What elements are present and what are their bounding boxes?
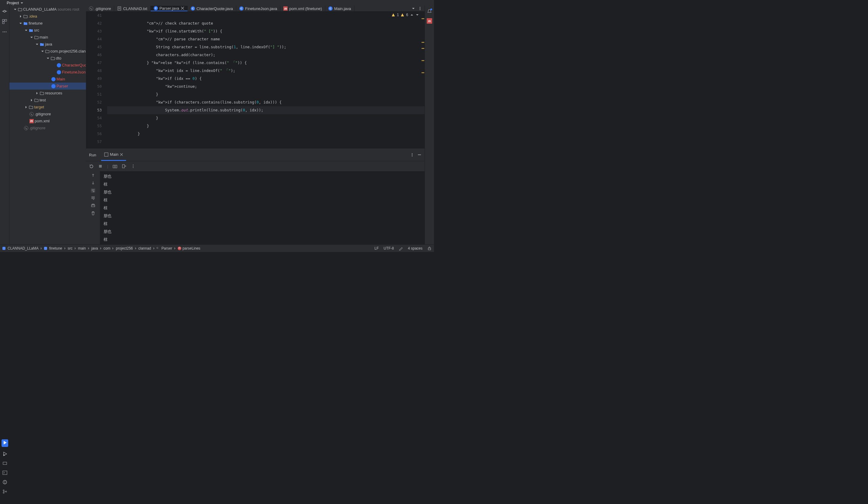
svg-rect-30 xyxy=(113,165,117,168)
breadcrumb-item[interactable]: java xyxy=(91,246,98,251)
breadcrumb-item[interactable]: CLANNAD_LLaMA xyxy=(8,246,39,251)
tree-item[interactable]: mpom.xml xyxy=(9,117,86,125)
run-panel-title: Run xyxy=(89,153,96,157)
folder-icon xyxy=(29,105,33,109)
svg-point-6 xyxy=(3,32,4,32)
breadcrumb-item[interactable]: finetune xyxy=(49,246,62,251)
chevron-down-icon[interactable] xyxy=(411,7,415,11)
folder-icon xyxy=(29,28,33,32)
more-icon[interactable] xyxy=(2,30,7,34)
svg-point-8 xyxy=(6,32,7,32)
close-icon[interactable] xyxy=(120,153,123,156)
tree-item[interactable]: target xyxy=(9,104,86,111)
run-side-toolbar xyxy=(86,171,100,244)
editor-tab[interactable]: .gitignore xyxy=(86,6,114,11)
more-vert-icon[interactable] xyxy=(410,153,414,157)
scroll-end-icon[interactable] xyxy=(91,196,95,200)
project-tree[interactable]: CLANNAD_LLaMA sources root.ideafinetunes… xyxy=(9,6,86,244)
rerun-icon[interactable] xyxy=(89,164,94,168)
tree-item[interactable]: dto xyxy=(9,55,86,62)
chevron-down-icon[interactable] xyxy=(41,50,44,53)
tree-item[interactable]: finetune xyxy=(9,20,86,27)
breadcrumb-item[interactable]: parseLines xyxy=(183,246,200,251)
chevron-down-icon[interactable] xyxy=(415,13,419,17)
editor-tab[interactable]: CCharacterQuote.java xyxy=(188,6,236,11)
editor-tab[interactable]: CFinetuneJson.java xyxy=(236,6,281,11)
tree-item[interactable]: resources xyxy=(9,90,86,96)
print-icon[interactable] xyxy=(91,203,95,208)
class-icon xyxy=(51,77,55,81)
svg-point-7 xyxy=(4,32,5,32)
chevron-right-icon[interactable] xyxy=(24,105,28,109)
tree-item[interactable]: .gitignore xyxy=(9,125,86,132)
project-dropdown[interactable]: Project xyxy=(7,1,19,5)
folder-icon xyxy=(34,98,39,102)
editor-tab[interactable]: CParser.java xyxy=(151,6,188,11)
edit-icon[interactable] xyxy=(399,246,403,251)
svg-rect-32 xyxy=(122,165,125,168)
editor-tab[interactable]: CLANNAD.txt xyxy=(114,6,150,11)
tree-item[interactable]: Parser xyxy=(9,83,86,90)
more-vert-icon[interactable] xyxy=(418,7,422,11)
chevron-right-icon[interactable] xyxy=(19,14,22,18)
tree-item[interactable]: java xyxy=(9,41,86,48)
editor-tab[interactable]: mpom.xml (finetune) xyxy=(280,6,325,11)
chevron-down-icon[interactable] xyxy=(24,29,28,32)
minimize-icon[interactable] xyxy=(417,153,422,157)
tree-item[interactable]: CLANNAD_LLaMA sources root xyxy=(9,6,86,13)
editor-code[interactable]: "cm">// check character quote "kw">if (l… xyxy=(107,12,425,148)
chevron-right-icon xyxy=(87,247,90,250)
run-output[interactable]: 朋也 椋 朋也 椋 椋 朋也 椋 朋也 椋 椋 xyxy=(100,171,425,244)
chevron-up-icon[interactable] xyxy=(410,13,414,17)
editor-minimap[interactable] xyxy=(421,12,425,148)
indent-info[interactable]: 4 spaces xyxy=(408,246,422,251)
chevron-down-icon[interactable] xyxy=(46,56,50,60)
breadcrumb-item[interactable]: clannad xyxy=(138,246,151,251)
tree-item[interactable]: test xyxy=(9,96,86,104)
breadcrumb-item[interactable]: src xyxy=(68,246,73,251)
more-vert-icon[interactable] xyxy=(131,164,135,168)
tree-item[interactable]: com.project256.clannad xyxy=(9,48,86,55)
stop-icon[interactable] xyxy=(98,164,103,168)
run-config-tab[interactable]: Main xyxy=(101,149,126,161)
inspections-widget[interactable]: 1 6 xyxy=(392,13,419,17)
tree-item[interactable]: .idea xyxy=(9,13,86,20)
tree-item[interactable]: .gitignore xyxy=(9,111,86,117)
file-encoding[interactable]: UTF-8 xyxy=(384,246,394,251)
commit-icon[interactable] xyxy=(2,9,7,14)
editor-tab[interactable]: CMain.java xyxy=(325,6,354,11)
tree-item[interactable]: Main xyxy=(9,76,86,83)
chevron-down-icon[interactable] xyxy=(35,42,39,46)
breadcrumb-item[interactable]: main xyxy=(78,246,86,251)
structure-icon[interactable] xyxy=(2,19,7,24)
trash-icon[interactable] xyxy=(91,211,95,216)
maven-icon[interactable]: m xyxy=(427,18,432,24)
chevron-down-icon[interactable] xyxy=(13,8,17,11)
line-separator[interactable]: LF xyxy=(374,246,379,251)
lock-icon[interactable] xyxy=(427,246,432,251)
folder-icon xyxy=(51,56,55,61)
chevron-down-icon[interactable] xyxy=(19,22,22,25)
breadcrumb-item[interactable]: Parser xyxy=(162,246,172,251)
down-icon[interactable] xyxy=(91,181,95,185)
close-icon[interactable] xyxy=(181,7,184,10)
titlebar: Project xyxy=(0,0,434,6)
tree-item[interactable]: CharacterQuote xyxy=(9,62,86,69)
tree-item[interactable]: src xyxy=(9,27,86,34)
chevron-right-icon[interactable] xyxy=(35,91,39,95)
tree-item[interactable]: main xyxy=(9,34,86,41)
tree-item[interactable]: FinetuneJson xyxy=(9,69,86,76)
breadcrumb-item[interactable]: com xyxy=(104,246,111,251)
breadcrumb-item[interactable]: project256 xyxy=(116,246,133,251)
chevron-right-icon[interactable] xyxy=(30,98,33,102)
chevron-down-icon[interactable] xyxy=(30,35,33,39)
svg-point-27 xyxy=(412,156,412,156)
up-icon[interactable] xyxy=(91,173,95,178)
svg-rect-38 xyxy=(428,248,431,250)
notifications-icon[interactable] xyxy=(427,9,432,14)
exit-icon[interactable] xyxy=(122,164,126,168)
svg-point-26 xyxy=(412,155,412,155)
softwrap-icon[interactable] xyxy=(91,188,95,193)
camera-icon[interactable] xyxy=(113,164,117,168)
breadcrumbs[interactable]: CLANNAD_LLaMAfinetunesrcmainjavacomproje… xyxy=(2,246,200,251)
